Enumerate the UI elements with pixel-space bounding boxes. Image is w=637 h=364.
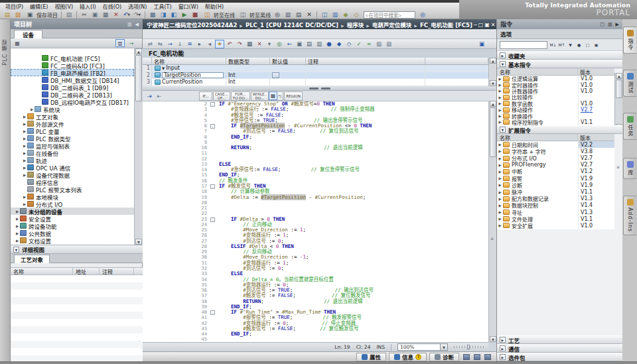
tree-item[interactable]: ▶轨迹 — [11, 156, 134, 164]
code-line[interactable]: 29 // 反向移动 — [143, 249, 488, 255]
interface-column-header[interactable]: 名称 — [152, 58, 226, 64]
compare-icon[interactable]: ▧ — [374, 40, 384, 48]
expand-right-icon[interactable]: ▶ — [616, 22, 619, 27]
bookmark-prev-icon[interactable]: ◇ — [344, 40, 354, 48]
menu-item[interactable]: 插入(I) — [76, 3, 100, 10]
stop-cpu-icon[interactable]: ■ — [190, 11, 200, 19]
undo-edit-icon[interactable]: ↶ — [225, 40, 234, 48]
minimize-panel-icon[interactable]: ▥ — [608, 22, 612, 27]
column-version[interactable]: 版本 — [578, 134, 614, 141]
window-layout2-icon[interactable]: ▤ — [294, 11, 303, 19]
fold-marker-icon[interactable]: - — [210, 217, 215, 222]
breadcrumb-segment[interactable]: 宁波神匠二维码定位20250424A2 — [147, 22, 237, 29]
tree-item[interactable]: ▶外部源文件 — [11, 120, 134, 127]
cross-ref-icon[interactable]: ≈ — [364, 40, 374, 48]
code-line[interactable]: 26 #变频器运行 := 1; — [143, 233, 488, 238]
fold-marker-icon[interactable]: - — [210, 184, 215, 189]
expand-arrow-icon[interactable]: ▶ — [22, 166, 27, 170]
code-line[interactable]: 44 END_IF; — [143, 332, 488, 337]
section-resize-grip[interactable]: ≡ — [616, 164, 620, 169]
instruction-version[interactable]: V2.7 — [578, 107, 614, 113]
expand-arrow-icon[interactable]: ▶ — [22, 202, 27, 206]
code-scrollbar[interactable]: ▲ ≡ ▼ — [488, 101, 496, 342]
instruction-item[interactable]: ▶寻址V1.3 — [497, 209, 614, 215]
instruction-item[interactable]: ▶文件处理V1.1 — [497, 215, 614, 222]
open-project-icon[interactable]: ▧ — [13, 11, 23, 19]
tree-item[interactable]: DB_远程IO电葫芦交互 [DB17] — [11, 98, 134, 105]
favorites-section-header[interactable]: ▶ 收藏夹 — [497, 51, 622, 60]
rail-tab-指令[interactable]: 指令 — [623, 27, 636, 54]
snippet-button[interactable]: REGION — [284, 91, 303, 101]
expand-all-icon[interactable]: ▤ — [305, 40, 314, 48]
instruction-item[interactable]: ▶字符串 + 字符V3.8 — [497, 148, 614, 154]
code-line[interactable]: 23- IF #Delta > 0 THEN — [143, 217, 488, 222]
paste-icon[interactable]: ▦ — [101, 11, 110, 19]
tree-item[interactable]: PLC 报警文本列表 — [11, 186, 134, 193]
scl-code-editor[interactable]: 2-IF #"Emergency Stop" OR #触发信号=0 THEN3 … — [143, 101, 488, 342]
datatype-cell[interactable]: Int — [226, 79, 270, 86]
inspector-window-icon[interactable] — [484, 354, 491, 360]
tree-item[interactable]: FB_电葫芦模组 [FB2] — [11, 69, 134, 76]
tree-item[interactable]: ▶本地模块 — [11, 193, 134, 200]
print-icon[interactable]: ▤ — [64, 11, 74, 19]
tree-item[interactable]: ▶未分组的设备 — [11, 208, 134, 215]
expand-arrow-icon[interactable]: ▶ — [29, 107, 35, 111]
fold-marker-icon[interactable]: - — [210, 102, 215, 107]
tree-item[interactable]: ▶监控与强制表 — [11, 142, 134, 149]
tree-item[interactable]: ▶工艺对象 — [11, 113, 134, 120]
tree-item[interactable]: 程序信息 — [11, 178, 134, 186]
scroll-down-icon[interactable]: ▼ — [490, 336, 496, 342]
expand-arrow-icon[interactable]: ▶ — [497, 114, 503, 118]
editor-title-bar[interactable]: 宁波神匠二维码定位20250424A2▶PLC_1 [CPU 1214C DC/… — [143, 19, 496, 29]
scroll-up-icon[interactable]: ▲ — [490, 58, 496, 64]
renumber-icon[interactable]: ↓ — [175, 40, 184, 48]
expand-arrow-icon[interactable]: ▶ — [497, 143, 503, 147]
diagnostics-search-icon[interactable]: ◎ — [273, 11, 282, 19]
column-version[interactable]: 版本 — [578, 68, 614, 75]
rail-tab-测试[interactable]: 测试 — [623, 70, 636, 97]
tree-item[interactable]: ▶跨设备功能 — [11, 222, 134, 229]
chevron-down-icon[interactable]: ▼ — [500, 61, 506, 67]
collapse-arrow-icon[interactable]: ▼ — [162, 66, 165, 70]
instruction-item[interactable]: ▶安全扩展V1.0 — [497, 222, 614, 229]
interface-column-header[interactable]: 数据类型 — [226, 58, 270, 64]
insert-network-icon[interactable]: ⇄ — [145, 40, 155, 48]
expand-arrow-icon[interactable]: ▶ — [22, 129, 27, 133]
code-line[interactable]: 3 #变频器运行 := FALSE; // 强制停止变频器 — [143, 107, 488, 112]
scroll-thumb[interactable] — [616, 80, 622, 98]
rail-tab-库[interactable]: 库 — [623, 158, 636, 179]
code-line[interactable]: 24 // 正向移动 — [143, 222, 488, 227]
tree-item[interactable]: ▶公共数据 — [11, 229, 134, 237]
match-up-icon[interactable]: M↑ — [557, 41, 566, 49]
scroll-up-icon[interactable]: ▲ — [135, 48, 142, 54]
tree-sync-icon[interactable]: → — [127, 39, 136, 47]
section-header-通信[interactable]: ▶通信 — [497, 344, 623, 353]
code-line[interactable]: 31 #变频器运行 := 1; — [143, 261, 488, 266]
column-name[interactable]: 名称 — [497, 68, 578, 75]
expand-arrow-icon[interactable]: ▶ — [497, 183, 503, 187]
code-line[interactable]: 14 #急停信号:= FALSE; // 复位急停警示信号 — [143, 167, 488, 172]
sync-operands-icon[interactable]: ⇆ — [155, 40, 165, 48]
chevron-right-icon[interactable]: ▶ — [500, 354, 506, 360]
absolute-operands-icon[interactable]: ⇥ — [145, 91, 154, 100]
breadcrumb-segment[interactable]: PLC_1 [CPU 1214C DC/DC/DC] — [246, 22, 338, 29]
expand-arrow-icon[interactable]: ▶ — [497, 217, 503, 221]
tree-item[interactable]: ▶在线备份 — [11, 149, 134, 156]
inspector-tab-信息[interactable]: 信息! — [389, 353, 427, 361]
datatype-cell[interactable]: Int — [226, 72, 270, 79]
filter-icon[interactable]: ▼ — [566, 41, 575, 49]
interface-row[interactable]: 3CurrentPositionInt — [143, 79, 488, 86]
interface-column-header[interactable] — [143, 58, 152, 64]
snippet-button[interactable]: WHILE..DO... — [251, 91, 269, 101]
code-line[interactable]: 43 #触发信号 := FALSE; // 复位触发信号 — [143, 326, 488, 332]
float-panel-icon[interactable]: □ — [600, 22, 604, 27]
expand-arrow-icon[interactable]: ▶ — [22, 195, 27, 199]
split-editor-vertical-icon[interactable]: ◫ — [320, 11, 329, 19]
pane-view2-icon[interactable]: ▣ — [592, 41, 601, 49]
datatype-cell[interactable] — [226, 65, 270, 72]
instruction-item[interactable]: ▶配方和数据记录V1.3 — [497, 196, 614, 202]
scroll-thumb[interactable] — [490, 107, 496, 157]
settings-editor-icon[interactable]: ▨ — [384, 40, 393, 48]
snippets-palette-icon[interactable]: ▦ — [269, 91, 277, 100]
outdent-icon[interactable]: ◂ — [205, 40, 214, 48]
